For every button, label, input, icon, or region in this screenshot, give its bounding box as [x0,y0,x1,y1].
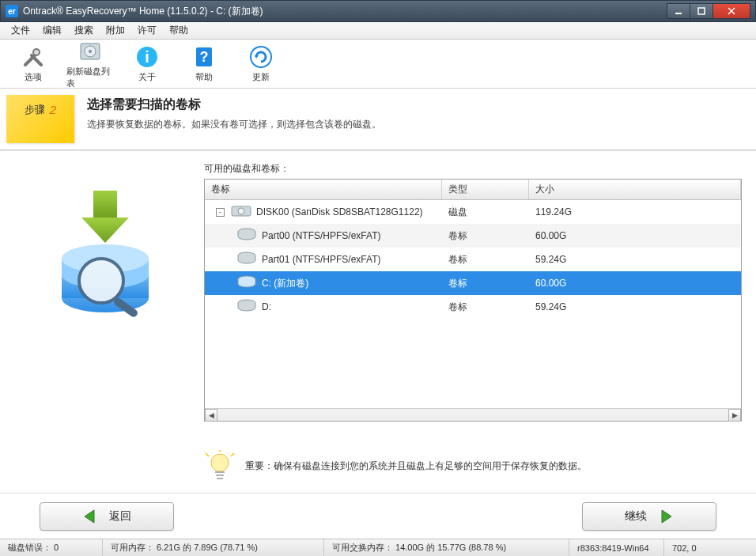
hard-disk-icon [231,204,251,221]
statusbar: 磁盘错误： 0 可用内存： 6.21G 的 7.89G (78.71 %) 可用… [0,539,756,556]
col-header-size[interactable]: 大小 [529,180,741,199]
svg-text:?: ? [200,49,209,65]
menu-extras[interactable]: 附加 [100,22,131,39]
illustration [14,162,196,482]
svg-point-19 [79,259,123,303]
scroll-left-icon[interactable]: ◀ [205,409,217,422]
horizontal-scrollbar[interactable]: ◀ ▶ [205,408,741,421]
row-size: 59.24G [529,254,741,265]
hint-label: 重要： [245,460,274,471]
continue-button[interactable]: 继续 [582,502,716,531]
step-description: 选择需要扫描的卷标 选择要恢复数据的卷标。如果没有卷可选择，则选择包含该卷的磁盘… [74,89,394,149]
status-coords: 702, 0 [664,539,756,556]
toolbar: 选项 刷新磁盘列表 i 关于 ? 帮助 更新 [0,40,756,89]
step-title: 选择需要扫描的卷标 [87,96,381,113]
row-type: 卷标 [442,229,529,243]
back-label: 返回 [109,509,131,524]
volume-icon [236,299,257,316]
step-word: 步骤 [25,103,45,117]
back-button[interactable]: 返回 [40,502,174,531]
hint-body: 确保有磁盘连接到您的系统并且磁盘上有足够的空间用于保存恢复的数据。 [274,460,587,471]
main-area: 可用的磁盘和卷标： 卷标 类型 大小 -DISK00 (SanDisk SD8S… [0,150,756,493]
row-type: 卷标 [442,277,529,290]
disk-row[interactable]: D:卷标59.24G [205,295,741,319]
svg-point-22 [238,208,244,214]
toolbar-update-label: 更新 [252,71,270,83]
status-disk-errors: 磁盘错误： 0 [0,539,103,556]
col-header-volume[interactable]: 卷标 [205,180,442,199]
svg-point-27 [211,454,229,471]
menu-search[interactable]: 搜索 [68,22,100,39]
toolbar-options[interactable]: 选项 [9,44,57,83]
row-type: 卷标 [442,301,529,314]
update-icon [248,44,274,70]
disk-panel: 可用的磁盘和卷标： 卷标 类型 大小 -DISK00 (SanDisk SD8S… [204,162,742,482]
row-size: 60.00G [529,230,741,241]
toolbar-help-label: 帮助 [195,71,213,83]
disk-row[interactable]: C: (新加卷)卷标60.00G [205,271,741,295]
status-build: r8363:8419-Win64 [569,539,664,556]
volume-icon [236,228,257,244]
col-header-type[interactable]: 类型 [442,180,529,199]
row-size: 119.24G [529,206,741,217]
svg-point-7 [89,50,92,53]
row-type: 磁盘 [442,206,529,219]
row-volume-label: Part00 (NTFS/HPFS/exFAT) [262,230,380,241]
minimize-button[interactable] [667,3,690,19]
toolbar-about-label: 关于 [138,71,156,83]
step-subtitle: 选择要恢复数据的卷标。如果没有卷可选择，则选择包含该卷的磁盘。 [87,118,381,131]
disk-row[interactable]: Part01 (NTFS/HPFS/exFAT)卷标59.24G [205,248,741,271]
row-size: 59.24G [529,301,741,312]
help-icon: ? [191,44,217,70]
toolbar-help[interactable]: ? 帮助 [180,44,228,83]
svg-rect-1 [698,8,705,14]
row-size: 60.00G [529,278,741,289]
hint-row: 重要：确保有磁盘连接到您的系统并且磁盘上有足够的空间用于保存恢复的数据。 [204,450,742,482]
menu-edit[interactable]: 编辑 [36,22,68,39]
disk-table-body: -DISK00 (SanDisk SD8SBAT128G1122)磁盘119.2… [205,200,741,408]
info-icon: i [134,44,160,70]
svg-text:i: i [145,48,149,66]
toolbar-about[interactable]: i 关于 [123,44,171,83]
step-header: 步骤 2 选择需要扫描的卷标 选择要恢复数据的卷标。如果没有卷可选择，则选择包含… [0,89,756,150]
scan-disk-illustration-icon [46,186,164,320]
row-volume-label: C: (新加卷) [262,277,308,290]
disk-panel-label: 可用的磁盘和卷标： [204,162,742,176]
titlebar: er Ontrack® EasyRecovery™ Home (11.5.0.2… [0,0,756,22]
menu-help[interactable]: 帮助 [163,22,195,39]
svg-point-4 [33,49,40,55]
nav-row: 返回 继续 [0,493,756,539]
window-title: Ontrack® EasyRecovery™ Home (11.5.0.2) -… [23,5,667,18]
volume-icon [236,275,257,292]
maximize-button[interactable] [690,3,713,19]
row-volume-label: D: [262,301,271,312]
disk-row[interactable]: Part00 (NTFS/HPFS/exFAT)卷标60.00G [205,224,741,248]
menubar: 文件 编辑 搜索 附加 许可 帮助 [0,22,756,40]
row-type: 卷标 [442,253,529,267]
back-arrow-icon [82,509,98,524]
hint-text: 重要：确保有磁盘连接到您的系统并且磁盘上有足够的空间用于保存恢复的数据。 [245,460,587,473]
toolbar-refresh-label: 刷新磁盘列表 [66,66,114,89]
lightbulb-icon [204,450,236,482]
step-badge: 步骤 2 [6,95,74,143]
scroll-right-icon[interactable]: ▶ [728,409,741,422]
menu-license[interactable]: 许可 [131,22,163,39]
options-icon [21,44,46,70]
close-button[interactable] [713,3,750,19]
row-volume-label: Part01 (NTFS/HPFS/exFAT) [262,254,380,265]
toolbar-options-label: 选项 [25,71,42,83]
forward-arrow-icon [658,509,674,524]
status-memory: 可用内存： 6.21G 的 7.89G (78.71 %) [103,539,324,556]
svg-point-12 [251,47,271,67]
status-swap: 可用交换内存： 14.00G 的 15.77G (88.78 %) [324,539,569,556]
toolbar-update[interactable]: 更新 [237,44,285,83]
row-volume-label: DISK00 (SanDisk SD8SBAT128G1122) [256,206,423,217]
step-number: 2 [50,103,56,116]
disk-row[interactable]: -DISK00 (SanDisk SD8SBAT128G1122)磁盘119.2… [205,200,741,224]
menu-file[interactable]: 文件 [5,22,36,39]
tree-toggle-icon[interactable]: - [216,208,225,217]
toolbar-refresh-disks[interactable]: 刷新磁盘列表 [66,39,114,89]
disk-table-header: 卷标 类型 大小 [205,180,741,200]
volume-icon [236,252,257,268]
disk-refresh-icon [77,39,103,64]
